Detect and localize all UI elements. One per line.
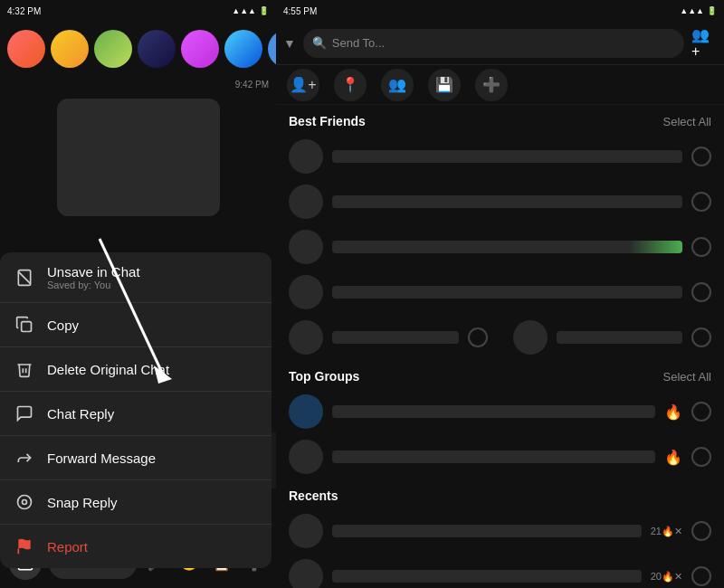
svg-line-3 (18, 271, 30, 283)
friend-radio-1[interactable] (691, 147, 711, 166)
left-status-icons: ▲▲▲ 🔋 (232, 6, 269, 15)
group-row-2[interactable]: 🔥 (276, 434, 724, 479)
friend-row-1[interactable] (276, 134, 724, 179)
menu-item-snap-reply[interactable]: Snap Reply (0, 480, 272, 525)
filter-location-icon[interactable]: 📍 (334, 69, 367, 101)
filter-group-icon[interactable]: 👥 (381, 69, 414, 101)
right-panel: 4:55 PM ▲▲▲🔋 ▼ 🔍 Send To... 👥+ 👤+ 📍 👥 💾 … (276, 0, 724, 588)
recent-row-1[interactable]: 21🔥✕ (276, 508, 724, 554)
menu-item-forward[interactable]: Forward Message (0, 436, 272, 480)
menu-item-copy[interactable]: Copy (0, 303, 272, 347)
friend-row-2[interactable] (276, 179, 724, 224)
group-name-2 (332, 450, 655, 463)
menu-item-unsave[interactable]: Unsave in Chat Saved by: You (0, 252, 272, 303)
story-avatar-2[interactable] (51, 30, 89, 68)
best-friends-header: Best Friends Select All (276, 105, 724, 134)
search-icon: 🔍 (312, 36, 327, 50)
right-status-bar: 4:55 PM ▲▲▲🔋 (276, 0, 724, 22)
chat-reply-icon (14, 403, 34, 423)
delete-icon (14, 359, 34, 379)
menu-item-report[interactable]: Report (0, 525, 272, 568)
friend-name-1 (332, 150, 682, 163)
snap-reply-label: Snap Reply (47, 495, 118, 510)
svg-point-6 (23, 500, 27, 505)
left-status-bar: 4:32 PM ▲▲▲ 🔋 (0, 0, 276, 22)
recent-name-2 (332, 570, 642, 583)
group-avatar-2 (289, 440, 323, 474)
friend-avatar-5 (289, 320, 323, 355)
filter-plus-icon[interactable]: ➕ (475, 69, 508, 101)
recent-radio-1[interactable] (691, 521, 711, 541)
friend-radio-3[interactable] (691, 237, 711, 257)
recent-count-2: 20🔥✕ (651, 571, 682, 583)
right-time: 4:55 PM (283, 6, 317, 16)
friend-radio-2[interactable] (691, 192, 711, 212)
right-status-icons: ▲▲▲🔋 (680, 6, 717, 15)
copy-icon (14, 315, 34, 335)
friends-list: Best Friends Select All (276, 105, 724, 588)
friend-name-5 (332, 331, 459, 344)
menu-item-delete[interactable]: Delete Original Chat (0, 347, 272, 392)
recent-name-1 (332, 525, 642, 537)
unsave-icon (14, 268, 34, 288)
friend-name-4 (332, 286, 682, 299)
recents-header: Recents (276, 479, 724, 508)
filter-person-icon[interactable]: 👤+ (287, 69, 319, 101)
group-radio-2[interactable] (691, 447, 711, 467)
left-panel: 4:32 PM ▲▲▲ 🔋 + 9:42 PM (0, 0, 276, 588)
recent-radio-2[interactable] (691, 566, 711, 586)
friend-radio-6[interactable] (691, 327, 711, 347)
friend-radio-4[interactable] (691, 282, 711, 302)
friend-radio-5[interactable] (468, 327, 488, 347)
dropdown-arrow-icon[interactable]: ▼ (283, 36, 296, 51)
recent-row-2[interactable]: 20🔥✕ (276, 554, 724, 588)
story-avatar-3[interactable] (94, 30, 132, 68)
filter-row: 👤+ 📍 👥 💾 ➕ (276, 65, 724, 105)
top-groups-select-all[interactable]: Select All (663, 370, 711, 384)
group-name-1 (332, 405, 655, 418)
svg-point-5 (18, 496, 32, 509)
friend-row-5[interactable] (276, 315, 500, 360)
add-friends-button[interactable]: 👥+ (691, 31, 717, 56)
forward-label: Forward Message (47, 450, 156, 466)
friend-pair-row-1 (276, 315, 724, 360)
story-avatar-6[interactable] (224, 30, 262, 68)
friend-name-6 (557, 331, 683, 344)
group-row-1[interactable]: 🔥 (276, 389, 724, 434)
add-story-button[interactable]: + (268, 30, 276, 68)
friend-avatar-4 (289, 275, 323, 309)
story-avatar-5[interactable] (181, 30, 219, 68)
friend-name-2 (332, 195, 682, 208)
friend-avatar-2 (289, 185, 323, 219)
friend-row-4[interactable] (276, 270, 724, 315)
unsave-label: Unsave in Chat (47, 264, 140, 280)
send-to-header: ▼ 🔍 Send To... 👥+ (276, 22, 724, 65)
search-box[interactable]: 🔍 Send To... (303, 29, 684, 58)
filter-save-icon[interactable]: 💾 (428, 69, 461, 101)
top-groups-header: Top Groups Select All (276, 360, 724, 389)
chat-image (57, 99, 220, 216)
chat-bubble-area (0, 93, 276, 222)
group-emoji-1: 🔥 (664, 403, 682, 421)
friend-avatar-3 (289, 230, 323, 264)
group-radio-1[interactable] (691, 402, 711, 422)
menu-item-chat-reply[interactable]: Chat Reply (0, 392, 272, 436)
best-friends-select-all[interactable]: Select All (663, 115, 711, 128)
context-menu: Unsave in Chat Saved by: You Copy (0, 252, 272, 568)
unsave-sublabel: Saved by: You (47, 280, 140, 290)
delete-label: Delete Original Chat (47, 362, 169, 377)
chat-preview: 9:42 PM Unsave in Chat Saved by: You (0, 76, 276, 588)
forward-icon (14, 448, 34, 468)
story-avatar-4[interactable] (138, 30, 176, 68)
friend-row-6[interactable] (500, 315, 725, 360)
friend-row-3[interactable] (276, 224, 724, 270)
svg-rect-4 (22, 322, 32, 332)
chat-timestamp: 9:42 PM (0, 76, 276, 93)
story-avatar-1[interactable] (7, 30, 45, 68)
search-placeholder: Send To... (332, 36, 385, 50)
recent-count-1: 21🔥✕ (651, 526, 682, 537)
friend-name-3 (332, 241, 682, 253)
group-avatar-1 (289, 394, 323, 429)
left-time: 4:32 PM (7, 6, 41, 16)
friend-avatar-6 (513, 320, 548, 355)
